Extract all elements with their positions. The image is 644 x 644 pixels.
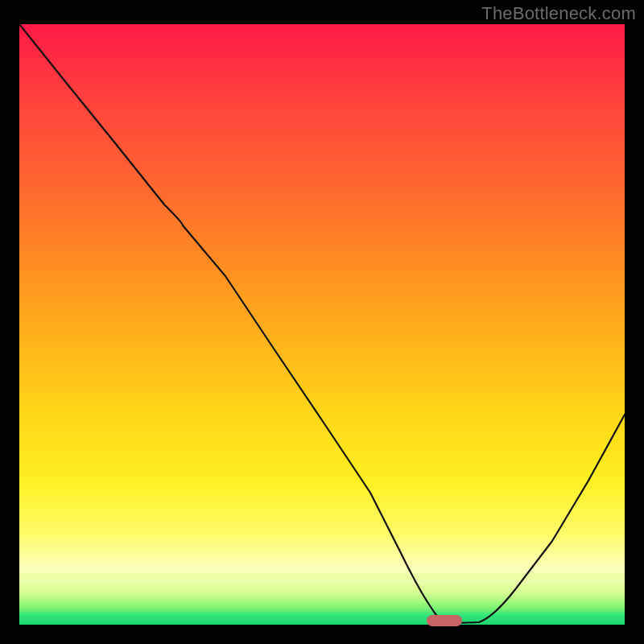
optimum-marker	[427, 615, 462, 626]
bottleneck-curve	[19, 24, 625, 623]
curve-layer	[19, 24, 625, 625]
watermark-text: TheBottleneck.com	[481, 3, 636, 24]
chart-frame: TheBottleneck.com	[0, 0, 644, 644]
plot-area	[19, 24, 625, 625]
